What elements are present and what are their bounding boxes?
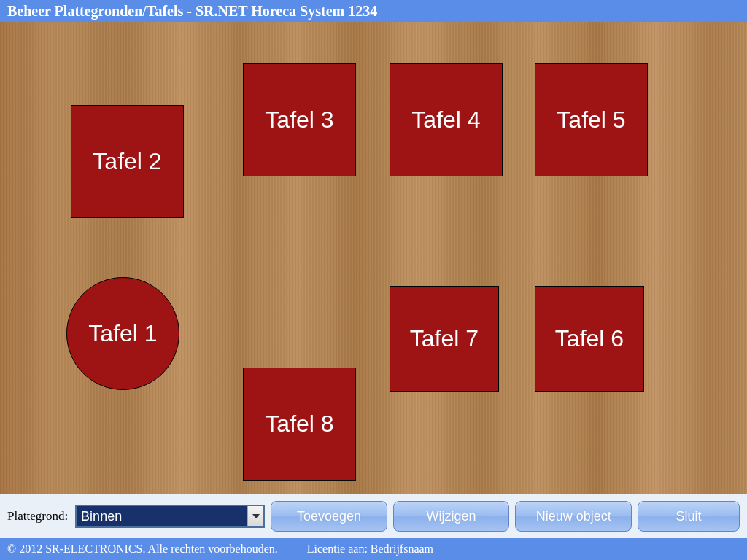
statusbar: © 2012 SR-ELECTRONICS. Alle rechten voor…: [0, 538, 747, 560]
floorplan-dropdown-value: Binnen: [77, 506, 247, 526]
table-label: Tafel 8: [265, 411, 333, 438]
new-object-button[interactable]: Nieuw object: [515, 501, 632, 532]
copyright-text: © 2012 SR-ELECTRONICS. Alle rechten voor…: [7, 542, 278, 556]
table-tafel-3[interactable]: Tafel 3: [243, 63, 356, 176]
floorplan-dropdown[interactable]: Binnen: [75, 505, 265, 528]
add-button[interactable]: Toevoegen: [271, 501, 387, 532]
license-text: Licentie aan: Bedrijfsnaam: [307, 542, 433, 556]
table-tafel-4[interactable]: Tafel 4: [390, 63, 503, 176]
close-button[interactable]: Sluit: [638, 501, 740, 532]
toolbar: Plattegrond: Binnen Toevoegen Wijzigen N…: [0, 494, 747, 538]
table-label: Tafel 7: [410, 325, 479, 352]
table-tafel-5[interactable]: Tafel 5: [535, 63, 648, 176]
edit-button[interactable]: Wijzigen: [393, 501, 510, 532]
floorplan-label: Plattegrond:: [7, 509, 68, 524]
table-tafel-1[interactable]: Tafel 1: [66, 277, 179, 390]
table-label: Tafel 3: [265, 106, 333, 133]
table-label: Tafel 6: [555, 325, 624, 352]
table-label: Tafel 4: [411, 106, 480, 133]
floorplan-canvas[interactable]: Tafel 2Tafel 3Tafel 4Tafel 5Tafel 1Tafel…: [0, 22, 747, 494]
table-tafel-2[interactable]: Tafel 2: [71, 105, 184, 218]
table-tafel-6[interactable]: Tafel 6: [535, 286, 644, 392]
chevron-down-icon: [247, 506, 263, 526]
table-tafel-7[interactable]: Tafel 7: [390, 286, 499, 392]
table-label: Tafel 5: [557, 106, 625, 133]
table-label: Tafel 2: [93, 148, 161, 175]
titlebar: Beheer Plattegronden/Tafels - SR.NET Hor…: [0, 0, 747, 22]
window-title: Beheer Plattegronden/Tafels - SR.NET Hor…: [7, 3, 377, 20]
table-tafel-8[interactable]: Tafel 8: [243, 368, 356, 481]
table-label: Tafel 1: [88, 320, 157, 347]
